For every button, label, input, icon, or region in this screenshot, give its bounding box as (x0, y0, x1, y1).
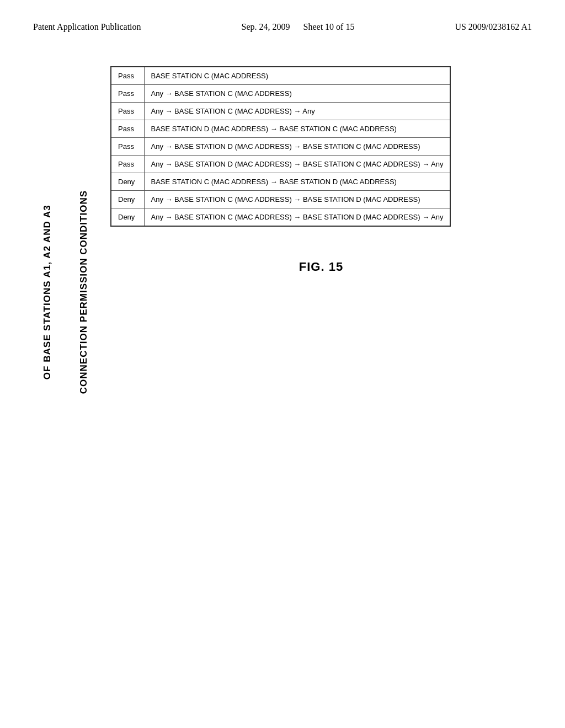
condition-cell: BASE STATION D (MAC ADDRESS) → BASE STAT… (144, 120, 450, 138)
action-cell: Pass (111, 120, 144, 138)
table-row: PassBASE STATION C (MAC ADDRESS) (111, 67, 450, 85)
action-cell: Pass (111, 156, 144, 173)
condition-cell: Any → BASE STATION D (MAC ADDRESS) → BAS… (144, 156, 450, 173)
action-cell: Deny (111, 173, 144, 191)
condition-cell: Any → BASE STATION C (MAC ADDRESS) → BAS… (144, 191, 450, 208)
permission-table: PassBASE STATION C (MAC ADDRESS)PassAny … (110, 66, 451, 227)
condition-cell: BASE STATION C (MAC ADDRESS) → BASE STAT… (144, 173, 450, 191)
table-row: PassAny → BASE STATION D (MAC ADDRESS) →… (111, 156, 450, 173)
page-header: Patent Application Publication Sep. 24, … (0, 0, 565, 43)
table-row: PassBASE STATION D (MAC ADDRESS) → BASE … (111, 120, 450, 138)
table-row: DenyAny → BASE STATION C (MAC ADDRESS) →… (111, 191, 450, 208)
table-row: PassAny → BASE STATION C (MAC ADDRESS) →… (111, 103, 450, 120)
condition-cell: Any → BASE STATION C (MAC ADDRESS) → BAS… (144, 208, 450, 227)
header-left: Patent Application Publication (33, 22, 141, 32)
action-cell: Pass (111, 138, 144, 156)
header-date: Sep. 24, 2009 (242, 22, 290, 31)
main-content: PassBASE STATION C (MAC ADDRESS)PassAny … (110, 66, 532, 274)
condition-cell: Any → BASE STATION D (MAC ADDRESS) → BAS… (144, 138, 450, 156)
header-sheet: Sheet 10 of 15 (303, 22, 355, 31)
table-row: DenyBASE STATION C (MAC ADDRESS) → BASE … (111, 173, 450, 191)
action-cell: Deny (111, 208, 144, 227)
table-row: DenyAny → BASE STATION C (MAC ADDRESS) →… (111, 208, 450, 227)
condition-cell: BASE STATION C (MAC ADDRESS) (144, 67, 450, 85)
page-title-text: CONNECTION PERMISSION CONDITIONS OF BASE… (41, 190, 102, 394)
action-cell: Deny (111, 191, 144, 208)
header-right: US 2009/0238162 A1 (455, 22, 532, 32)
condition-cell: Any → BASE STATION C (MAC ADDRESS) (144, 85, 450, 103)
header-center: Sep. 24, 2009 Sheet 10 of 15 (242, 22, 355, 32)
action-cell: Pass (111, 85, 144, 103)
table-row: PassAny → BASE STATION C (MAC ADDRESS) (111, 85, 450, 103)
page-title-block: CONNECTION PERMISSION CONDITIONS OF BASE… (33, 77, 110, 507)
figure-label: FIG. 15 (110, 260, 532, 274)
table-row: PassAny → BASE STATION D (MAC ADDRESS) →… (111, 138, 450, 156)
action-cell: Pass (111, 103, 144, 120)
condition-cell: Any → BASE STATION C (MAC ADDRESS) → Any (144, 103, 450, 120)
action-cell: Pass (111, 67, 144, 85)
